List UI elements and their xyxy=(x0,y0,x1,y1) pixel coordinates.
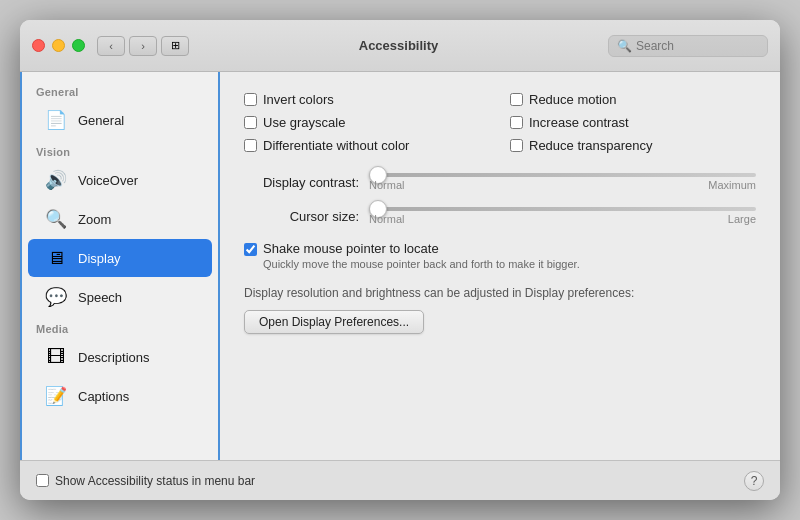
main-area: General 📄 General Vision 🔊 VoiceOver 🔍 Z… xyxy=(20,72,780,460)
display-contrast-max-label: Maximum xyxy=(708,179,756,191)
shake-row: Shake mouse pointer to locate Quickly mo… xyxy=(244,241,756,270)
main-window: ‹ › ⊞ Accessibility 🔍 General 📄 General … xyxy=(20,20,780,500)
sidebar-item-captions[interactable]: 📝 Captions xyxy=(28,377,212,415)
shake-main-label: Shake mouse pointer to locate xyxy=(263,241,580,256)
display-contrast-slider[interactable] xyxy=(369,173,756,177)
increase-contrast-item[interactable]: Increase contrast xyxy=(510,115,756,130)
titlebar: ‹ › ⊞ Accessibility 🔍 xyxy=(20,20,780,72)
cursor-size-min-label: Normal xyxy=(369,213,404,225)
show-accessibility-label: Show Accessibility status in menu bar xyxy=(55,474,255,488)
bottombar: Show Accessibility status in menu bar ? xyxy=(20,460,780,500)
display-contrast-slider-container: Normal Maximum xyxy=(369,173,756,191)
shake-text-group: Shake mouse pointer to locate Quickly mo… xyxy=(263,241,580,270)
descriptions-icon: 🎞 xyxy=(42,343,70,371)
increase-contrast-checkbox[interactable] xyxy=(510,116,523,129)
sidebar-item-zoom[interactable]: 🔍 Zoom xyxy=(28,200,212,238)
use-grayscale-label: Use grayscale xyxy=(263,115,345,130)
show-accessibility-row: Show Accessibility status in menu bar xyxy=(36,474,255,488)
reduce-transparency-label: Reduce transparency xyxy=(529,138,653,153)
voiceover-icon: 🔊 xyxy=(42,166,70,194)
differentiate-without-color-checkbox[interactable] xyxy=(244,139,257,152)
close-button[interactable] xyxy=(32,39,45,52)
zoom-icon: 🔍 xyxy=(42,205,70,233)
reduce-motion-item[interactable]: Reduce motion xyxy=(510,92,756,107)
cursor-size-row: Cursor size: Normal Large xyxy=(244,207,756,225)
reduce-transparency-checkbox[interactable] xyxy=(510,139,523,152)
sidebar-item-label-display: Display xyxy=(78,251,121,266)
speech-icon: 💬 xyxy=(42,283,70,311)
display-contrast-label: Display contrast: xyxy=(244,175,359,190)
sidebar-section-vision: Vision xyxy=(22,140,218,160)
display-contrast-slider-labels: Normal Maximum xyxy=(369,179,756,191)
sidebar-item-label-speech: Speech xyxy=(78,290,122,305)
minimize-button[interactable] xyxy=(52,39,65,52)
sidebar-section-general: General xyxy=(22,80,218,100)
sidebar-section-media: Media xyxy=(22,317,218,337)
display-contrast-row: Display contrast: Normal Maximum xyxy=(244,173,756,191)
use-grayscale-checkbox[interactable] xyxy=(244,116,257,129)
sidebar-item-voiceover[interactable]: 🔊 VoiceOver xyxy=(28,161,212,199)
help-button[interactable]: ? xyxy=(744,471,764,491)
invert-colors-label: Invert colors xyxy=(263,92,334,107)
back-button[interactable]: ‹ xyxy=(97,36,125,56)
reduce-motion-checkbox[interactable] xyxy=(510,93,523,106)
sidebar: General 📄 General Vision 🔊 VoiceOver 🔍 Z… xyxy=(20,72,220,460)
increase-contrast-label: Increase contrast xyxy=(529,115,629,130)
reduce-motion-label: Reduce motion xyxy=(529,92,616,107)
captions-icon: 📝 xyxy=(42,382,70,410)
cursor-size-slider-container: Normal Large xyxy=(369,207,756,225)
differentiate-without-color-item[interactable]: Differentiate without color xyxy=(244,138,490,153)
content-area: Invert colors Reduce motion Use grayscal… xyxy=(220,72,780,460)
window-title: Accessibility xyxy=(189,38,608,53)
cursor-size-label: Cursor size: xyxy=(244,209,359,224)
search-bar[interactable]: 🔍 xyxy=(608,35,768,57)
checkboxes-grid: Invert colors Reduce motion Use grayscal… xyxy=(244,92,756,153)
sidebar-item-general[interactable]: 📄 General xyxy=(28,101,212,139)
reduce-transparency-item[interactable]: Reduce transparency xyxy=(510,138,756,153)
display-contrast-group: Display contrast: Normal Maximum xyxy=(244,173,756,191)
cursor-size-slider[interactable] xyxy=(369,207,756,211)
display-prefs-note: Display resolution and brightness can be… xyxy=(244,286,756,300)
display-icon: 🖥 xyxy=(42,244,70,272)
traffic-lights xyxy=(32,39,85,52)
sidebar-item-speech[interactable]: 💬 Speech xyxy=(28,278,212,316)
cursor-size-slider-labels: Normal Large xyxy=(369,213,756,225)
search-input[interactable] xyxy=(636,39,759,53)
show-accessibility-checkbox[interactable] xyxy=(36,474,49,487)
sidebar-item-label-zoom: Zoom xyxy=(78,212,111,227)
open-display-preferences-button[interactable]: Open Display Preferences... xyxy=(244,310,424,334)
shake-checkbox[interactable] xyxy=(244,243,257,256)
sidebar-item-label-voiceover: VoiceOver xyxy=(78,173,138,188)
shake-sub-label: Quickly move the mouse pointer back and … xyxy=(263,258,580,270)
maximize-button[interactable] xyxy=(72,39,85,52)
cursor-size-max-label: Large xyxy=(728,213,756,225)
cursor-size-group: Cursor size: Normal Large xyxy=(244,207,756,225)
sidebar-item-descriptions[interactable]: 🎞 Descriptions xyxy=(28,338,212,376)
sidebar-item-display[interactable]: 🖥 Display xyxy=(28,239,212,277)
sidebar-item-label-descriptions: Descriptions xyxy=(78,350,150,365)
invert-colors-item[interactable]: Invert colors xyxy=(244,92,490,107)
general-icon: 📄 xyxy=(42,106,70,134)
display-contrast-min-label: Normal xyxy=(369,179,404,191)
forward-button[interactable]: › xyxy=(129,36,157,56)
nav-buttons: ‹ › xyxy=(97,36,157,56)
search-icon: 🔍 xyxy=(617,39,632,53)
invert-colors-checkbox[interactable] xyxy=(244,93,257,106)
sidebar-item-label-captions: Captions xyxy=(78,389,129,404)
use-grayscale-item[interactable]: Use grayscale xyxy=(244,115,490,130)
grid-button[interactable]: ⊞ xyxy=(161,36,189,56)
sidebar-item-label-general: General xyxy=(78,113,124,128)
differentiate-without-color-label: Differentiate without color xyxy=(263,138,409,153)
